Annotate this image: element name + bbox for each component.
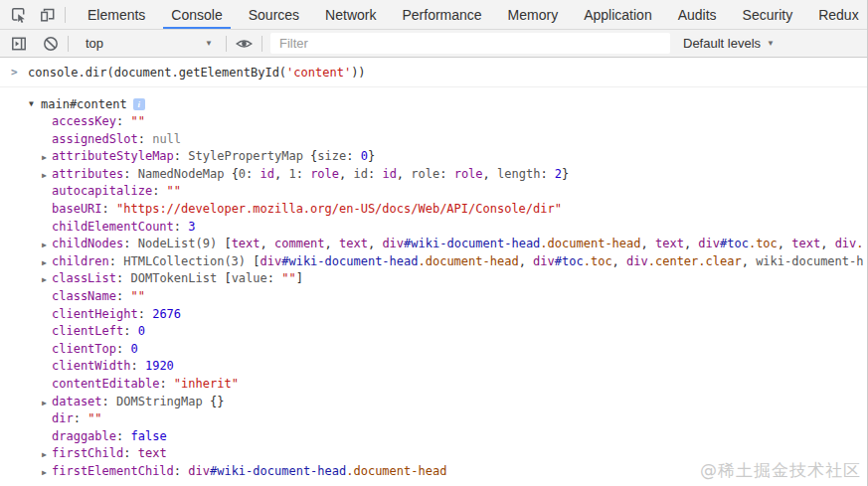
token: text: [655, 237, 684, 250]
token: HTMLCollection(3): [123, 254, 246, 268]
token: .toc: [749, 237, 778, 250]
token: baseURI: [52, 202, 102, 216]
toolbar-divider: [261, 36, 262, 52]
tab-performance[interactable]: Performance: [389, 0, 494, 29]
console-sidebar-icon: [10, 35, 28, 53]
token: "inherit": [174, 377, 239, 391]
token: draggable: [52, 429, 116, 443]
console-command-text: console.dir(document.getElementById('con…: [28, 66, 366, 80]
clear-console-button[interactable]: [36, 35, 65, 53]
token: className: [52, 289, 116, 303]
tree-row: className: "": [0, 288, 867, 306]
token: :: [159, 377, 173, 391]
token: {}: [203, 395, 225, 408]
token: "": [281, 271, 295, 285]
token: text: [791, 237, 820, 250]
toolbar-divider: [65, 7, 66, 23]
token: 2676: [152, 307, 181, 321]
token: value: [232, 271, 267, 285]
console-sidebar-button[interactable]: [4, 35, 33, 53]
token: div: [382, 237, 404, 250]
tab-security[interactable]: Security: [730, 0, 806, 29]
tab-redux[interactable]: Redux: [805, 0, 868, 29]
tree-row: assignedSlot: null: [0, 131, 867, 149]
tab-network[interactable]: Network: [312, 0, 389, 29]
tab-memory[interactable]: Memory: [495, 0, 572, 29]
token: clientHeight: [52, 307, 138, 321]
token: text: [339, 237, 368, 250]
live-expression-eye-icon: [235, 35, 254, 53]
expand-arrow-icon[interactable]: ▶: [42, 167, 47, 184]
tree-row: accessKey: "": [0, 113, 867, 131]
expand-arrow-icon[interactable]: ▶: [42, 237, 47, 253]
device-toolbar-icon: [39, 6, 57, 24]
tree-row: clientWidth: 1920: [0, 358, 867, 376]
token: [: [217, 271, 231, 285]
token: :: [74, 411, 87, 425]
token: )): [351, 66, 365, 80]
tab-elements[interactable]: Elements: [75, 0, 158, 29]
tree-row: ▶firstElementChild: div#wiki-document-he…: [0, 463, 867, 481]
token: :: [174, 220, 188, 234]
token: ,: [397, 167, 411, 181]
clear-console-icon: [42, 35, 60, 53]
token: DOMTokenList: [130, 271, 217, 285]
token: 'content': [286, 66, 351, 80]
token: classList: [52, 271, 116, 285]
token: #toc: [720, 237, 749, 250]
expand-arrow-icon[interactable]: ▶: [42, 149, 47, 166]
execution-context-selector[interactable]: top ▼: [72, 36, 223, 51]
token: 0: [361, 149, 368, 163]
token: firstChild: [52, 446, 123, 460]
tree-row: clientLeft: 0: [0, 323, 867, 341]
token: autocapitalize: [52, 184, 152, 198]
expand-arrow-icon[interactable]: ▶: [42, 464, 47, 481]
token: 2: [555, 167, 562, 181]
console-command-row[interactable]: > console.dir(document.getElementById('c…: [0, 58, 867, 87]
token: comment: [274, 237, 325, 250]
chevron-down-icon: ▼: [767, 39, 775, 48]
devtools-window: ElementsConsoleSourcesNetworkPerformance…: [0, 0, 868, 486]
token: :: [116, 289, 130, 303]
console-toolbar: top ▼ Default levels ▼: [0, 30, 867, 58]
token: div: [533, 254, 555, 268]
token: "": [87, 411, 101, 425]
token: dataset: [52, 395, 102, 408]
expand-arrow-icon[interactable]: ▶: [42, 446, 47, 463]
token: ,: [519, 254, 533, 268]
tree-row: childElementCount: 3: [0, 219, 867, 237]
token: :: [174, 149, 188, 163]
token: wiki-document-h: [756, 254, 863, 268]
inspect-element-button[interactable]: [4, 0, 33, 29]
token: ,: [274, 167, 288, 181]
expand-arrow-icon[interactable]: ▶: [42, 254, 47, 271]
token: }: [368, 149, 375, 163]
create-live-expression-button[interactable]: [230, 35, 259, 53]
filter-input[interactable]: [270, 33, 670, 54]
token: StylePropertyMap: [188, 149, 303, 163]
token: role: [454, 167, 483, 181]
devtools-tab-bar: ElementsConsoleSourcesNetworkPerformance…: [0, 0, 867, 30]
log-levels-selector[interactable]: Default levels ▼: [683, 36, 775, 51]
token: NamedNodeMap: [138, 167, 225, 181]
toggle-device-toolbar-button[interactable]: [33, 0, 62, 29]
expand-arrow-icon[interactable]: ▶: [42, 395, 47, 411]
token: false: [130, 429, 166, 443]
token: firstElementChild: [52, 464, 174, 478]
tab-application[interactable]: Application: [571, 0, 665, 29]
tab-sources[interactable]: Sources: [236, 0, 312, 29]
token: id: [354, 167, 368, 181]
token: ]: [296, 271, 303, 285]
tab-console[interactable]: Console: [158, 0, 235, 29]
expand-arrow-icon[interactable]: ▶: [42, 271, 47, 288]
token: 0: [239, 167, 246, 181]
tab-audits[interactable]: Audits: [665, 0, 730, 29]
tree-row: clientTop: 0: [0, 341, 867, 359]
console-result: ▼main#contenti accessKey: ""assignedSlot…: [0, 87, 867, 480]
token: [: [246, 254, 260, 268]
token: children: [52, 254, 109, 268]
token: :: [123, 324, 137, 338]
collapse-arrow-icon[interactable]: ▼: [29, 95, 34, 113]
token: ,: [742, 254, 756, 268]
token: :: [296, 167, 310, 181]
